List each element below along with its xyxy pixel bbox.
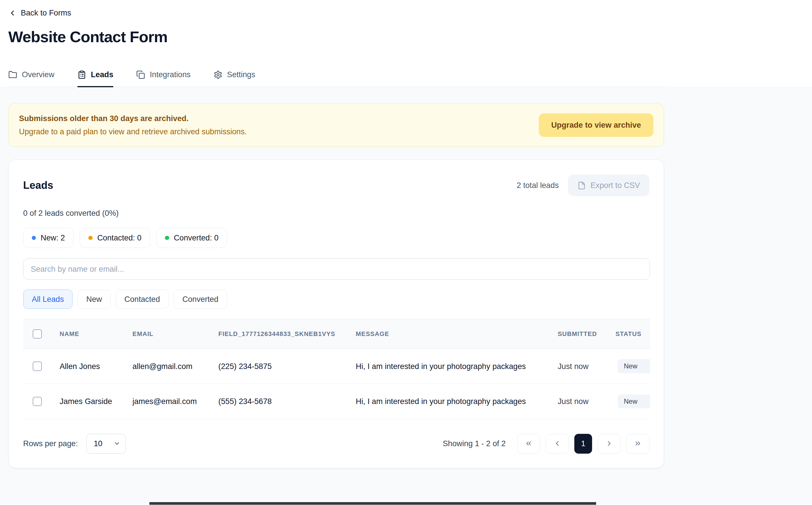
table-header-row: NAME EMAIL FIELD_1777126344833_SKNEB1VYS… <box>23 319 650 349</box>
filter-all-leads-button[interactable]: All Leads <box>23 290 72 309</box>
archive-banner-title: Submissions older than 30 days are archi… <box>19 113 247 124</box>
rows-per-page-select[interactable]: 10 <box>86 434 126 454</box>
page-title: Website Contact Form <box>8 27 804 46</box>
pill-contacted: Contacted: 0 <box>80 228 150 248</box>
converted-status-dot <box>165 236 169 240</box>
tab-label: Leads <box>91 70 113 79</box>
leads-card-title: Leads <box>23 179 53 191</box>
leads-card: Leads 2 total leads Export to CSV 0 of 2… <box>8 160 664 468</box>
chevron-left-icon <box>553 440 561 447</box>
chevron-down-icon <box>113 440 120 447</box>
tab-label: Integrations <box>150 70 190 79</box>
lead-name: James Garside <box>60 384 132 419</box>
table-row: James Garside james@email.com (555) 234-… <box>23 384 650 419</box>
row-checkbox[interactable] <box>33 361 42 371</box>
chevrons-right-icon <box>634 440 642 447</box>
table-row: Allen Jones allen@gmail.com (225) 234-58… <box>23 349 650 384</box>
bottom-dark-strip <box>150 502 596 505</box>
column-header-field: FIELD_1777126344833_SKNEB1VYS <box>219 319 356 349</box>
new-status-dot <box>32 236 36 240</box>
archive-banner: Submissions older than 30 days are archi… <box>8 104 664 147</box>
showing-range-label: Showing 1 - 2 of 2 <box>443 439 506 448</box>
pill-new: New: 2 <box>23 228 74 248</box>
lead-email: james@email.com <box>132 384 219 419</box>
select-all-checkbox[interactable] <box>33 329 42 339</box>
export-to-csv-button[interactable]: Export to CSV <box>568 174 649 196</box>
filter-new-button[interactable]: New <box>78 290 111 309</box>
total-leads-label: 2 total leads <box>517 181 559 190</box>
page-header: Back to Forms Website Contact Form Overv… <box>0 0 812 87</box>
tab-settings[interactable]: Settings <box>214 70 255 87</box>
lead-message: Hi, I am interested in your photography … <box>356 349 558 384</box>
chevron-left-icon <box>8 9 17 17</box>
lead-message: Hi, I am interested in your photography … <box>356 384 558 419</box>
pagination: 1 <box>517 434 649 454</box>
leads-table-container: NAME EMAIL FIELD_1777126344833_SKNEB1VYS… <box>23 319 650 419</box>
rows-per-page-label: Rows per page: <box>23 439 78 448</box>
integrations-squares-icon <box>136 70 145 79</box>
filter-row: All Leads New Contacted Converted <box>23 290 649 309</box>
next-page-button[interactable] <box>598 434 621 454</box>
chevron-right-icon <box>605 440 613 447</box>
filter-converted-button[interactable]: Converted <box>174 290 227 309</box>
lead-phone: (555) 234-5678 <box>219 384 356 419</box>
lead-submitted: Just now <box>558 349 616 384</box>
status-badge[interactable]: New <box>618 359 650 373</box>
lead-submitted: Just now <box>558 384 616 419</box>
first-page-button[interactable] <box>517 434 540 454</box>
back-label: Back to Forms <box>21 8 71 17</box>
tab-overview[interactable]: Overview <box>8 70 54 87</box>
conversion-summary: 0 of 2 leads converted (0%) <box>23 209 649 218</box>
app-root: Back to Forms Website Contact Form Overv… <box>0 0 812 505</box>
folder-icon <box>8 70 17 79</box>
main-area: Submissions older than 30 days are archi… <box>0 87 812 503</box>
column-header-status: STATUS <box>616 319 650 349</box>
pill-label: New: 2 <box>41 233 65 242</box>
table-footer: Rows per page: 10 Showing 1 - 2 of 2 <box>23 419 649 454</box>
row-checkbox[interactable] <box>33 397 42 406</box>
export-label: Export to CSV <box>590 181 640 190</box>
chevrons-left-icon <box>525 440 532 447</box>
filter-contacted-button[interactable]: Contacted <box>116 290 169 309</box>
tab-integrations[interactable]: Integrations <box>136 70 190 87</box>
lead-name: Allen Jones <box>60 349 132 384</box>
status-pill-row: New: 2 Contacted: 0 Converted: 0 <box>23 228 649 248</box>
upgrade-to-view-archive-button[interactable]: Upgrade to view archive <box>539 113 653 137</box>
back-to-forms-link[interactable]: Back to Forms <box>8 8 71 17</box>
column-header-email: EMAIL <box>132 319 219 349</box>
file-down-icon <box>577 181 586 190</box>
page-1-button[interactable]: 1 <box>574 434 592 454</box>
tab-leads[interactable]: Leads <box>77 70 113 87</box>
column-header-name: NAME <box>60 319 132 349</box>
search-input[interactable] <box>23 258 650 280</box>
tab-label: Settings <box>227 70 255 79</box>
lead-email: allen@gmail.com <box>132 349 219 384</box>
leads-table: NAME EMAIL FIELD_1777126344833_SKNEB1VYS… <box>23 319 650 419</box>
gear-icon <box>214 70 223 79</box>
pill-converted: Converted: 0 <box>156 228 227 248</box>
tab-label: Overview <box>22 70 54 79</box>
previous-page-button[interactable] <box>546 434 569 454</box>
contacted-status-dot <box>88 236 92 240</box>
clipboard-list-icon <box>77 70 86 79</box>
pill-label: Converted: 0 <box>174 233 219 242</box>
column-header-message: MESSAGE <box>356 319 558 349</box>
archive-banner-subtitle: Upgrade to a paid plan to view and retri… <box>19 127 247 137</box>
column-header-submitted: SUBMITTED <box>558 319 616 349</box>
rows-per-page-value: 10 <box>94 439 102 448</box>
tab-bar: Overview Leads Integrations Settings <box>8 70 664 87</box>
pill-label: Contacted: 0 <box>97 233 142 242</box>
last-page-button[interactable] <box>626 434 649 454</box>
archive-banner-text: Submissions older than 30 days are archi… <box>19 113 247 137</box>
status-badge[interactable]: New <box>618 394 650 408</box>
lead-phone: (225) 234-5875 <box>219 349 356 384</box>
